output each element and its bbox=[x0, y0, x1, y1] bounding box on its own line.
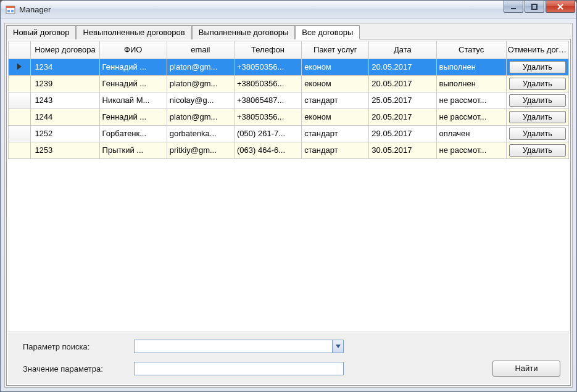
tab-label: Все договоры bbox=[302, 28, 353, 37]
col-package[interactable]: Пакет услуг bbox=[302, 41, 369, 59]
table-row[interactable]: 1243Николай М...nicolay@g...+38065487...… bbox=[9, 92, 569, 108]
cell-package[interactable]: стандарт bbox=[302, 92, 369, 108]
cell-package[interactable]: економ bbox=[302, 108, 369, 125]
delete-button[interactable]: Удалить bbox=[509, 94, 566, 107]
cell-cancel: Удалить bbox=[506, 92, 568, 108]
table-row[interactable]: 1252Горбатенк...gorbatenka...(050) 261-7… bbox=[9, 125, 569, 142]
cell-fio[interactable]: Геннадий ... bbox=[99, 75, 167, 92]
row-header[interactable] bbox=[9, 59, 31, 75]
delete-button[interactable]: Удалить bbox=[509, 111, 566, 123]
tab-all-contracts[interactable]: Все договоры bbox=[295, 25, 360, 39]
svg-rect-2 bbox=[7, 10, 10, 12]
delete-button[interactable]: Удалить bbox=[509, 78, 566, 90]
delete-button[interactable]: Удалить bbox=[509, 144, 566, 157]
row-header[interactable] bbox=[9, 142, 31, 158]
row-header[interactable] bbox=[9, 75, 31, 92]
delete-button[interactable]: Удалить bbox=[509, 128, 566, 140]
cell-date[interactable]: 20.05.2017 bbox=[369, 59, 436, 75]
cell-number[interactable]: 1252 bbox=[31, 125, 99, 142]
cell-fio[interactable]: Геннадий ... bbox=[99, 108, 167, 125]
window-title: Manager bbox=[19, 5, 574, 14]
cell-number[interactable]: 1243 bbox=[31, 92, 99, 108]
table-row[interactable]: 1234Геннадий ...platon@gm...+38050356...… bbox=[9, 59, 569, 75]
row-header[interactable] bbox=[9, 125, 31, 142]
search-value-label: Значение параметра: bbox=[23, 364, 134, 374]
cell-fio[interactable]: Горбатенк... bbox=[99, 125, 167, 142]
cell-date[interactable]: 25.05.2017 bbox=[369, 92, 436, 108]
titlebar[interactable]: Manager bbox=[1, 1, 576, 19]
cell-phone[interactable]: (050) 261-7... bbox=[234, 125, 301, 142]
cell-email[interactable]: pritkiy@gm... bbox=[167, 142, 234, 158]
col-fio[interactable]: ФИО bbox=[99, 41, 167, 59]
table-row[interactable]: 1253Прыткий ...pritkiy@gm...(063) 464-6.… bbox=[9, 142, 569, 158]
tab-label: Новый договор bbox=[13, 28, 69, 37]
cell-email[interactable]: nicolay@g... bbox=[167, 92, 234, 108]
row-header[interactable] bbox=[9, 108, 31, 125]
cell-date[interactable]: 20.05.2017 bbox=[369, 108, 436, 125]
find-button[interactable]: Найти bbox=[492, 361, 560, 377]
table-row[interactable]: 1239Геннадий ...platon@gm...+38050356...… bbox=[9, 75, 569, 92]
cell-package[interactable]: стандарт bbox=[302, 125, 369, 142]
close-button[interactable] bbox=[546, 1, 575, 13]
search-panel: Параметр поиска: Значение параметра: Най… bbox=[8, 332, 569, 384]
row-header-corner[interactable] bbox=[9, 41, 31, 59]
cell-phone[interactable]: +38050356... bbox=[234, 59, 301, 75]
cell-package[interactable]: стандарт bbox=[302, 142, 369, 158]
tab-body: Номер договора ФИО email Телефон Пакет у… bbox=[6, 39, 571, 386]
cell-email[interactable]: platon@gm... bbox=[167, 59, 234, 75]
tab-fulfilled-contracts[interactable]: Выполненные договоры bbox=[192, 25, 296, 39]
tab-label: Выполненные договоры bbox=[199, 28, 289, 37]
cell-number[interactable]: 1253 bbox=[31, 142, 99, 158]
cell-phone[interactable]: +38065487... bbox=[234, 92, 301, 108]
cell-status[interactable]: не рассмот... bbox=[436, 92, 506, 108]
cell-cancel: Удалить bbox=[506, 75, 568, 92]
cell-fio[interactable]: Геннадий ... bbox=[99, 59, 167, 75]
cell-fio[interactable]: Прыткий ... bbox=[99, 142, 167, 158]
cell-email[interactable]: platon@gm... bbox=[167, 75, 234, 92]
contracts-grid[interactable]: Номер договора ФИО email Телефон Пакет у… bbox=[8, 41, 569, 332]
search-value-input[interactable] bbox=[134, 362, 344, 375]
cell-number[interactable]: 1244 bbox=[31, 108, 99, 125]
cell-phone[interactable]: +38050356... bbox=[234, 75, 301, 92]
search-param-combo[interactable] bbox=[134, 340, 344, 353]
cell-email[interactable]: platon@gm... bbox=[167, 108, 234, 125]
cell-package[interactable]: економ bbox=[302, 75, 369, 92]
tab-new-contract[interactable]: Новый договор bbox=[6, 25, 76, 39]
search-param-input[interactable] bbox=[134, 340, 344, 353]
tab-label: Невыполненные договоров bbox=[83, 28, 185, 37]
col-status[interactable]: Статус bbox=[436, 41, 506, 59]
cell-phone[interactable]: +38050356... bbox=[234, 108, 301, 125]
cell-status[interactable]: выполнен bbox=[436, 75, 506, 92]
cell-package[interactable]: економ bbox=[302, 59, 369, 75]
svg-rect-5 bbox=[532, 4, 537, 9]
col-date[interactable]: Дата bbox=[369, 41, 436, 59]
svg-rect-1 bbox=[6, 6, 15, 8]
cell-status[interactable]: оплачен bbox=[436, 125, 506, 142]
col-cancel[interactable]: Отменить договор bbox=[506, 41, 568, 59]
chevron-down-icon[interactable] bbox=[332, 340, 343, 353]
cell-status[interactable]: выполнен bbox=[436, 59, 506, 75]
cell-number[interactable]: 1234 bbox=[31, 59, 99, 75]
tab-unfulfilled-contracts[interactable]: Невыполненные договоров bbox=[76, 25, 191, 39]
app-icon bbox=[6, 5, 15, 15]
col-number[interactable]: Номер договора bbox=[31, 41, 99, 59]
cell-fio[interactable]: Николай М... bbox=[99, 92, 167, 108]
cell-status[interactable]: не рассмот... bbox=[436, 108, 506, 125]
table-row[interactable]: 1244Геннадий ...platon@gm...+38050356...… bbox=[9, 108, 569, 125]
cell-date[interactable]: 30.05.2017 bbox=[369, 142, 436, 158]
col-phone[interactable]: Телефон bbox=[234, 41, 301, 59]
cell-date[interactable]: 20.05.2017 bbox=[369, 75, 436, 92]
cell-number[interactable]: 1239 bbox=[31, 75, 99, 92]
tabstrip: Новый договор Невыполненные договоров Вы… bbox=[5, 23, 572, 39]
cell-phone[interactable]: (063) 464-6... bbox=[234, 142, 301, 158]
cell-email[interactable]: gorbatenka... bbox=[167, 125, 234, 142]
cell-date[interactable]: 29.05.2017 bbox=[369, 125, 436, 142]
maximize-button[interactable] bbox=[525, 1, 544, 13]
cell-status[interactable]: не рассмот... bbox=[436, 142, 506, 158]
col-email[interactable]: email bbox=[167, 41, 234, 59]
client-area: Новый договор Невыполненные договоров Вы… bbox=[4, 23, 573, 388]
minimize-button[interactable] bbox=[504, 1, 523, 13]
row-header[interactable] bbox=[9, 92, 31, 108]
cell-cancel: Удалить bbox=[506, 59, 568, 75]
delete-button[interactable]: Удалить bbox=[509, 61, 566, 73]
